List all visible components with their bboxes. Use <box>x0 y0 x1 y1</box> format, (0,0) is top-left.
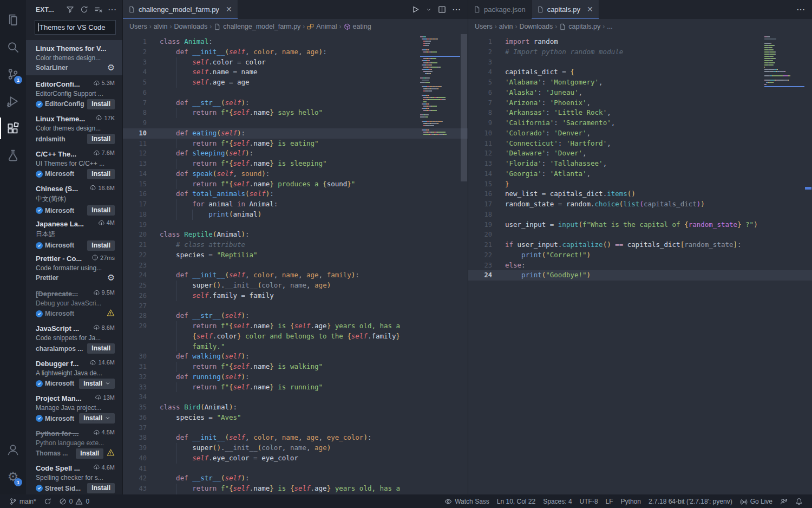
status-item-lf[interactable]: LF <box>602 498 617 505</box>
minimap-right[interactable]: ​​​​​​​​​​​​​​​​​​​​​​​​​​​​​​​​​​​​​​​​… <box>764 36 804 88</box>
breadcrumb-item[interactable]: capitals.py <box>559 23 600 30</box>
breadcrumb-item[interactable]: Users <box>475 23 493 30</box>
breadcrumb-item[interactable]: ... <box>607 23 612 30</box>
activity-item-settings[interactable]: ⚙1 <box>0 463 26 490</box>
code-line[interactable]: 9 <box>123 118 468 128</box>
breadcrumb-item[interactable]: eating <box>344 23 371 30</box>
code-line[interactable]: 25 super().__init__(color, name, age) <box>123 281 468 291</box>
status-item-0[interactable]: 00 <box>55 494 93 508</box>
minimap-left[interactable]: ​​​​​​​​​​​​​​​​​​​​​​​​​​​​​​​​​​​​​​​​… <box>420 36 460 136</box>
status-item-python[interactable]: Python <box>617 498 645 505</box>
extension-item[interactable]: Python for ...4.5MPython language exte..… <box>26 425 122 460</box>
code-line[interactable]: 12 def sleeping(self): <box>123 148 468 159</box>
code-line[interactable]: 39 super().__init__(color, name, age) <box>123 443 468 453</box>
code-line[interactable]: 33 return f"{self.name} is running" <box>123 382 468 393</box>
code-line[interactable]: 22 print("Correct!") <box>468 250 812 260</box>
extension-item[interactable]: Code Spell ...4.6MSpelling checker for s… <box>26 459 122 494</box>
code-line[interactable]: 1import random <box>468 37 812 47</box>
install-button[interactable]: Install <box>87 483 115 493</box>
extension-item[interactable]: C/C++ The...7.6MUI Themes for C/C++ ...M… <box>26 145 122 180</box>
code-line[interactable]: 23 <box>123 260 468 271</box>
activity-item-testing[interactable] <box>0 142 26 169</box>
code-line[interactable]: 27 <box>123 301 468 311</box>
extension-item[interactable]: Japanese La...4M日本語MicrosoftInstall <box>26 215 122 250</box>
code-line[interactable]: 18 print(animal) <box>123 210 468 220</box>
code-line[interactable]: 24 print("Goodbye!") <box>468 270 812 281</box>
breadcrumb-item[interactable]: challenge_model_farm.py <box>214 23 300 30</box>
extension-item[interactable]: Prettier - Co...27msCode formatter using… <box>26 250 122 285</box>
status-item-ln-10[interactable]: Ln 10, Col 22 <box>493 498 539 505</box>
code-line[interactable]: 21 # class attribute <box>123 240 468 250</box>
code-line[interactable]: 36 species = "Aves" <box>123 413 468 423</box>
manage-gear-icon[interactable]: ⚙ <box>107 63 115 72</box>
status-item-go-live[interactable]: Go Live <box>736 498 776 505</box>
code-line[interactable]: 30 def walking(self): <box>123 351 468 362</box>
code-line[interactable]: 2# Import python random module <box>468 47 812 57</box>
activity-item-source-control[interactable]: 1 <box>0 61 26 88</box>
install-button[interactable]: Install <box>76 448 103 459</box>
code-line[interactable]: 4 self.name = name <box>123 67 468 77</box>
code-line[interactable]: 13 return f"{self.name} is sleeping" <box>123 159 468 169</box>
code-line[interactable]: 29 return f"{self.name} is {self.age} ye… <box>123 321 468 331</box>
breadcrumb-item[interactable]: Animal <box>307 23 337 30</box>
install-button[interactable]: Install <box>79 379 115 389</box>
activity-item-account[interactable] <box>0 436 26 463</box>
code-line[interactable]: 6 <box>123 88 468 98</box>
code-line[interactable]: 26 self.family = family <box>123 291 468 301</box>
install-button[interactable]: Install <box>87 343 115 354</box>
code-line[interactable]: 21if user_input.capitalize() == capitals… <box>468 240 812 250</box>
extension-item[interactable]: Debugger f...14.6MA lightweight Java de.… <box>26 355 122 390</box>
extension-item[interactable]: [Deprecate...9.5MDebug your JavaScri...M… <box>26 285 122 320</box>
code-line[interactable]: 19 <box>123 220 468 230</box>
status-item-main-[interactable]: main* <box>5 494 40 508</box>
breadcrumb-item[interactable]: Users <box>129 23 147 30</box>
code-line[interactable]: 14'Georgia': 'Atlanta', <box>468 169 812 179</box>
code-line[interactable]: 31 return f"{self.name} is walking" <box>123 362 468 372</box>
extensions-search-input[interactable]: Themes for VS Code <box>35 20 116 35</box>
code-line[interactable]: 42 def __str__(self): <box>123 473 468 484</box>
code-line[interactable]: 8'Arkansas': 'Little Rock', <box>468 108 812 118</box>
code-line[interactable]: body color of {self.color} and {self.eye… <box>123 494 468 494</box>
status-item-spaces-4[interactable]: Spaces: 4 <box>539 498 575 505</box>
status-item-sync[interactable] <box>40 494 55 508</box>
code-line[interactable]: 23else: <box>468 260 812 271</box>
status-item-watch-sass[interactable]: Watch Sass <box>441 498 493 505</box>
code-line[interactable]: 24 def __init__(self, color, name, age, … <box>123 270 468 281</box>
install-button[interactable]: Install <box>87 240 115 251</box>
more-actions-icon[interactable]: ··· <box>797 5 806 14</box>
extension-item[interactable]: Linux Theme...17KColor themes design...r… <box>26 110 122 145</box>
breadcrumb-item[interactable]: Downloads <box>519 23 553 30</box>
install-button[interactable]: Install <box>87 134 115 144</box>
tab-challenge-model-farm-py[interactable]: challenge_model_farm.py✕ <box>123 0 238 19</box>
code-line[interactable]: 18 <box>468 210 812 220</box>
code-line[interactable]: 35class Bird(Animal): <box>123 402 468 413</box>
status-item-bell[interactable] <box>791 498 807 505</box>
manage-gear-icon[interactable]: ⚙ <box>107 273 115 282</box>
install-button[interactable]: Install <box>79 413 115 424</box>
status-item-utf-8[interactable]: UTF-8 <box>576 498 602 505</box>
activity-item-extensions[interactable] <box>0 115 26 142</box>
code-line[interactable]: 16 def total_animals(self): <box>123 189 468 199</box>
extension-item[interactable]: Linux Themes for V...Color themes design… <box>26 40 122 75</box>
code-line[interactable]: 13'Florida': 'Tallahassee', <box>468 159 812 169</box>
extension-item[interactable]: JavaScript ...8.6MCode snippets for Ja..… <box>26 320 122 355</box>
status-item-2-7-18-64-bit-2-7-18-pyenv-[interactable]: 2.7.18 64-bit ('2.7.18': pyenv) <box>645 498 736 505</box>
more-actions-icon[interactable]: ··· <box>453 5 461 14</box>
code-line[interactable]: 20class Reptile(Animal): <box>123 230 468 240</box>
code-line[interactable]: 7 def __str__(self): <box>123 98 468 108</box>
code-line[interactable]: 37 <box>123 423 468 433</box>
install-button[interactable]: Install <box>87 99 115 109</box>
code-line[interactable]: 15} <box>468 179 812 190</box>
code-line[interactable]: 19user_input = input(f"What is the capit… <box>468 220 812 230</box>
code-line[interactable]: 11'Connecticut': 'Hartford', <box>468 139 812 149</box>
code-line[interactable]: 14 def speak(self, sound): <box>123 169 468 179</box>
chevron-down-icon[interactable] <box>426 5 431 15</box>
breadcrumb-item[interactable]: Downloads <box>174 23 207 30</box>
more-actions-icon[interactable]: ··· <box>108 5 117 14</box>
filter-icon[interactable] <box>66 5 74 14</box>
code-line[interactable]: 4capitals_dict = { <box>468 67 812 77</box>
code-line[interactable]: 3 self.color = color <box>123 57 468 68</box>
code-line[interactable]: 6'Alaska': 'Juneau', <box>468 88 812 98</box>
code-line[interactable]: 10'Colorado': 'Denver', <box>468 128 812 139</box>
code-line[interactable]: 22 species = "Reptilia" <box>123 250 468 260</box>
